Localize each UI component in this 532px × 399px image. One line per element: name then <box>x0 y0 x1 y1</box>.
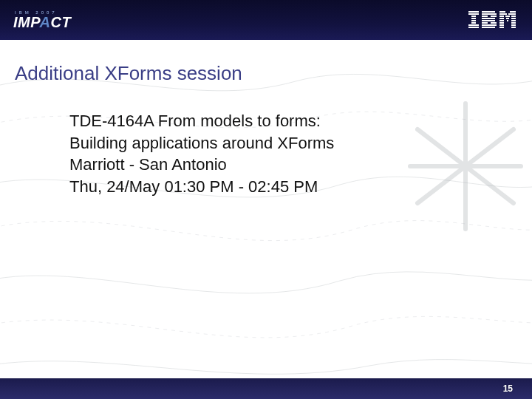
svg-rect-14 <box>482 22 488 24</box>
header-bar: IBM 2007 IMPACT <box>0 0 532 40</box>
slide-body: TDE-4164A From models to forms: Building… <box>69 110 439 198</box>
svg-rect-19 <box>510 11 516 13</box>
svg-rect-26 <box>506 18 509 19</box>
svg-rect-10 <box>482 16 488 17</box>
svg-rect-17 <box>482 27 495 28</box>
svg-rect-11 <box>491 16 497 17</box>
svg-rect-24 <box>511 16 516 17</box>
svg-rect-6 <box>468 24 479 26</box>
svg-rect-35 <box>499 27 504 28</box>
svg-rect-15 <box>491 22 497 24</box>
svg-rect-1 <box>468 13 479 15</box>
svg-rect-8 <box>482 11 495 13</box>
body-line: TDE-4164A From models to forms: <box>69 110 439 132</box>
footer-bar: 15 <box>0 378 532 399</box>
svg-rect-3 <box>471 18 476 19</box>
svg-rect-7 <box>468 27 479 28</box>
svg-rect-12 <box>482 18 495 19</box>
svg-rect-31 <box>499 22 504 24</box>
svg-rect-20 <box>499 13 507 15</box>
svg-rect-2 <box>471 16 476 17</box>
svg-rect-27 <box>511 18 516 19</box>
svg-rect-33 <box>499 24 504 26</box>
impact-logo: IBM 2007 IMPACT <box>13 10 71 30</box>
svg-rect-0 <box>468 11 479 13</box>
svg-rect-13 <box>482 20 495 21</box>
svg-rect-23 <box>505 16 510 17</box>
svg-rect-29 <box>507 20 508 21</box>
svg-rect-9 <box>482 13 497 15</box>
svg-rect-34 <box>511 24 516 26</box>
svg-rect-30 <box>511 20 516 21</box>
body-line: Marriott - San Antonio <box>69 154 439 176</box>
ibm-logo <box>468 11 516 29</box>
svg-rect-21 <box>508 13 516 15</box>
svg-rect-22 <box>499 16 504 17</box>
svg-rect-16 <box>482 24 497 26</box>
body-line: Building applications around XForms <box>69 132 439 154</box>
svg-rect-18 <box>499 11 505 13</box>
svg-rect-32 <box>511 22 516 24</box>
svg-rect-5 <box>471 22 476 24</box>
topographic-background <box>0 0 532 399</box>
page-number: 15 <box>503 383 513 394</box>
slide: IBM 2007 IMPACT <box>0 0 532 399</box>
svg-rect-28 <box>499 20 504 21</box>
slide-title: Additional XForms session <box>15 62 532 85</box>
svg-rect-25 <box>499 18 504 19</box>
svg-rect-36 <box>511 27 516 28</box>
body-line: Thu, 24/May 01:30 PM - 02:45 PM <box>69 176 439 198</box>
event-name: IMPACT <box>13 15 71 30</box>
svg-rect-4 <box>471 20 476 21</box>
